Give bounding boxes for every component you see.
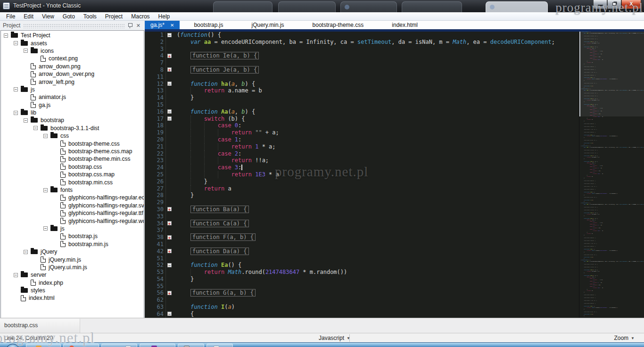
tab-bootstrap-theme-css[interactable]: bootstrap-theme.css [298,21,378,29]
tree-item-styles[interactable]: styles [1,287,144,294]
tree-item-lib[interactable]: −lib [1,109,144,116]
tree-item-bootstrap-min-css[interactable]: bootstrap.min.css [1,178,144,186]
tree-item-assets[interactable]: −assets [1,39,144,47]
restore-button[interactable] [607,0,621,9]
tree-collapse-icon[interactable]: − [24,49,28,53]
tree-collapse-icon[interactable]: − [14,273,18,277]
tab-index-html[interactable]: index.html [378,21,432,29]
tree-item-bootstrap[interactable]: −bootstrap [1,116,144,124]
tree-item-arrow-left-png[interactable]: arrow_left.png [1,78,144,85]
minimize-button[interactable] [593,0,607,9]
tab-bootstrap-js[interactable]: bootstrap.js [180,21,237,29]
menu-goto[interactable]: Goto [58,12,79,21]
tree-collapse-icon[interactable]: − [14,111,18,115]
fold-expanded-icon[interactable]: − [167,109,172,114]
start-orb[interactable] [6,344,20,347]
tree-item-arrow-down-png[interactable]: arrow_down.png [1,63,144,70]
fold-expanded-icon[interactable]: − [167,263,172,267]
language-selector[interactable]: Javascript▼ [319,335,350,341]
tree-item-bootstrap-3-1-1-dist[interactable]: −bootstrap-3.1.1-dist [1,124,144,132]
tree-collapse-icon[interactable]: − [24,250,28,254]
tree-item-ga-js[interactable]: ga.js [1,101,144,109]
tree-item-arrow-down-over-png[interactable]: arrow_down_over.png [1,70,144,78]
taskbar-button[interactable] [178,344,204,347]
fold-collapsed-icon[interactable]: + [167,207,172,211]
minimap[interactable]: (function() { var aa = encodeURIComponen… [579,32,644,318]
taskbar-button[interactable] [140,344,175,347]
fold-expanded-icon[interactable]: − [167,312,172,316]
menu-view[interactable]: View [38,12,58,21]
tree-item-glyphicons-halflings-regular-ttf[interactable]: glyphicons-halflings-regular.ttf [1,209,144,217]
taskbar-button[interactable] [26,344,61,347]
tree-item-jquery-ui-min-js[interactable]: jQuery.ui.min.js [1,264,144,271]
tree-collapse-icon[interactable]: − [43,188,48,192]
menu-tools[interactable]: Tools [79,12,101,21]
tree-item-index-php[interactable]: index.php [1,279,144,287]
taskbar-button[interactable] [206,344,233,347]
minimap-viewport[interactable] [579,32,644,116]
pin-icon[interactable] [127,23,133,29]
code-text: (function() { [177,32,221,39]
menu-help[interactable]: Help [154,12,174,21]
tree-item-css[interactable]: −css [1,132,144,140]
menu-macros[interactable]: Macros [127,12,154,21]
tree-collapse-icon[interactable]: − [43,134,48,138]
tree-item-label: arrow_down.png [39,63,81,70]
fold-expanded-icon[interactable]: − [167,33,172,37]
code-editor[interactable]: 1−(function() {2 var aa = encodeURICompo… [145,32,579,318]
fold-expanded-icon[interactable]: − [167,116,172,121]
tab-jquery-min-js[interactable]: jQuery.min.js [237,21,298,29]
taskbar-button[interactable] [101,344,137,347]
tab-ga-js-[interactable]: ga.js*✕ [145,21,180,29]
tree-item-animator-js[interactable]: animator.js [1,93,144,101]
menu-file[interactable]: File [2,12,19,21]
tree-item-bootstrap-js[interactable]: bootstrap.js [1,232,144,240]
tree-item-bootstrap-theme-css[interactable]: bootstrap-theme.css [1,140,144,147]
fold-collapsed-icon[interactable]: + [167,67,172,72]
tree-collapse-icon[interactable]: − [33,126,38,130]
zoom-selector[interactable]: Zoom▼ [614,335,635,341]
tree-item-jquery[interactable]: −jQuery [1,248,144,256]
tree-item-bootstrap-min-js[interactable]: bootstrap.min.js [1,240,144,248]
tree-collapse-icon[interactable]: − [14,87,18,91]
line-number: 51 [145,255,164,262]
tree-item-glyphicons-halflings-regular-woff[interactable]: glyphicons-halflings-regular.woff [1,217,144,224]
close-icon: X [622,1,641,7]
tree-item-glyphicons-halflings-regular-eot[interactable]: glyphicons-halflings-regular.eot [1,194,144,201]
tree-item-js[interactable]: −js [1,225,144,232]
taskbar-button[interactable] [63,344,99,347]
menu-edit[interactable]: Edit [19,12,38,21]
fold-collapsed-icon[interactable]: + [167,235,172,240]
fold-expanded-icon[interactable]: − [167,82,172,86]
tree-collapse-icon[interactable]: − [24,118,28,123]
code-text: function G(a, b) { [177,289,256,297]
tree-item-bootstrap-theme-css-map[interactable]: bootstrap-theme.css.map [1,148,144,155]
code-line-20: 20 case 1: [145,136,579,143]
line-number: 20 [145,136,164,143]
tree-collapse-icon[interactable]: − [14,41,18,45]
panel-close-icon[interactable]: ✕ [135,23,142,29]
tree-item-context-png[interactable]: context.png [1,55,144,62]
file-icon [31,280,36,286]
tree-item-test-project[interactable]: −Test Project [1,32,144,39]
tree-collapse-icon[interactable]: − [43,226,48,231]
tree-item-bootstrap-theme-min-css[interactable]: bootstrap-theme.min.css [1,155,144,163]
tree-item-jquery-min-js[interactable]: jQuery.min.js [1,256,144,263]
tab-close-icon[interactable]: ✕ [170,23,174,28]
close-button[interactable]: X [621,0,641,9]
tree-item-glyphicons-halflings-regular-svg[interactable]: glyphicons-halflings-regular.svg [1,202,144,209]
tree-item-server[interactable]: −server [1,271,144,279]
tree-item-bootstrap-css[interactable]: bootstrap.css [1,163,144,171]
tree-item-icons[interactable]: −icons [1,47,144,55]
tree-item-index-html[interactable]: index.html [1,294,144,302]
fold-collapsed-icon[interactable]: + [167,54,172,58]
menu-project[interactable]: Project [101,12,127,21]
fold-collapsed-icon[interactable]: + [167,249,172,253]
tree-collapse-icon[interactable]: − [4,33,8,38]
fold-collapsed-icon[interactable]: + [167,291,172,295]
tree-item-js[interactable]: −js [1,86,144,93]
tree-item-fonts[interactable]: −fonts [1,186,144,194]
tree-item-bootstrap-css-map[interactable]: bootstrap.css.map [1,171,144,178]
fold-collapsed-icon[interactable]: + [167,221,172,225]
title-bar[interactable]: TestProject - Ynote Classic X [0,0,644,12]
